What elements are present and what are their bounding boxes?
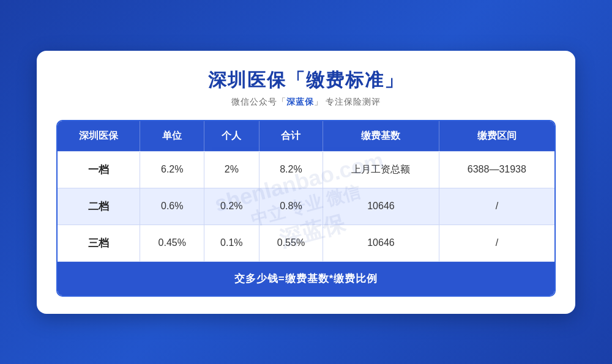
subtitle: 微信公众号「深蓝保」 专注保险测评 [56, 97, 556, 108]
subtitle-suffix: 」 专注保险测评 [314, 97, 381, 106]
footer-text: 交多少钱=缴费基数*缴费比例 [58, 261, 554, 295]
col-header-total: 合计 [259, 121, 323, 152]
row3-unit: 0.45% [140, 225, 204, 261]
row3-base: 10646 [323, 225, 439, 261]
main-title: 深圳医保「缴费标准」 [56, 68, 556, 93]
table-header-row: 深圳医保 单位 个人 合计 缴费基数 缴费区间 [58, 121, 554, 152]
col-header-range: 缴费区间 [439, 121, 554, 152]
row1-personal: 2% [204, 151, 259, 188]
col-header-unit: 单位 [140, 121, 204, 152]
table-row: 三档 0.45% 0.1% 0.55% 10646 / [58, 225, 554, 261]
row2-personal: 0.2% [204, 188, 259, 225]
row1-total: 8.2% [259, 151, 323, 188]
title-section: 深圳医保「缴费标准」 微信公众号「深蓝保」 专注保险测评 [56, 68, 556, 108]
col-header-personal: 个人 [204, 121, 259, 152]
row2-range: / [439, 188, 554, 225]
row3-label: 三档 [58, 225, 140, 261]
row3-total: 0.55% [259, 225, 323, 261]
main-card: 深圳医保「缴费标准」 微信公众号「深蓝保」 专注保险测评 shenlanbao.… [37, 51, 575, 314]
subtitle-prefix: 微信公众号「 [231, 97, 286, 106]
table-row: 二档 0.6% 0.2% 0.8% 10646 / [58, 188, 554, 225]
row2-unit: 0.6% [140, 188, 204, 225]
subtitle-highlight: 深蓝保 [286, 97, 314, 106]
row1-unit: 6.2% [140, 151, 204, 188]
row2-total: 0.8% [259, 188, 323, 225]
row1-base: 上月工资总额 [323, 151, 439, 188]
table-container: shenlanbao.com 中立 专业 微信 深蓝保 深圳医保 单位 个人 合… [56, 120, 556, 297]
row3-personal: 0.1% [204, 225, 259, 261]
table-row: 一档 6.2% 2% 8.2% 上月工资总额 6388—31938 [58, 151, 554, 188]
row3-range: / [439, 225, 554, 261]
row1-range: 6388—31938 [439, 151, 554, 188]
col-header-base: 缴费基数 [323, 121, 439, 152]
row2-base: 10646 [323, 188, 439, 225]
data-table: 深圳医保 单位 个人 合计 缴费基数 缴费区间 一档 6.2% 2% 8.2% … [58, 121, 554, 295]
row1-label: 一档 [58, 151, 140, 188]
table-footer-row: 交多少钱=缴费基数*缴费比例 [58, 261, 554, 295]
col-header-category: 深圳医保 [58, 121, 140, 152]
row2-label: 二档 [58, 188, 140, 225]
